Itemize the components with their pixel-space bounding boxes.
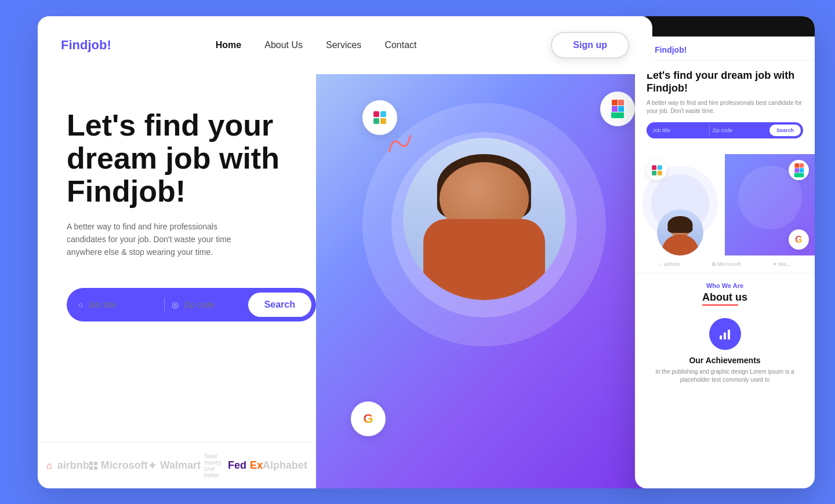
svg-rect-1 xyxy=(94,462,97,465)
decoration-squiggle xyxy=(383,130,416,162)
svg-rect-5 xyxy=(724,333,726,339)
mobile-google-logo: G xyxy=(795,235,802,245)
hero-section: Let's find your dream job with Findjob! … xyxy=(38,74,652,488)
search-bar: ○ ◎ Search xyxy=(67,288,316,322)
svg-rect-6 xyxy=(728,330,730,339)
person-shoulders xyxy=(423,219,545,300)
walmart-logo: ✦ Walmart Save money. Live better. xyxy=(148,453,228,479)
mobile-figma-logo xyxy=(794,163,804,177)
mobile-google-badge: G xyxy=(789,229,809,250)
partners-bar: ⌂ airbnb Microsoft ✦ Walmart Save money. xyxy=(38,442,316,488)
nav-links: Home About Us Services Contact xyxy=(216,40,417,50)
mobile-visual: G xyxy=(635,154,815,255)
mobile-achievement-icon xyxy=(709,318,741,350)
nav-services[interactable]: Services xyxy=(326,40,361,50)
mobile-search-divider xyxy=(709,126,710,135)
mobile-slack-logo xyxy=(652,165,662,176)
signup-button[interactable]: Sign up xyxy=(551,32,629,59)
mobile-header: ≡ Findjob! xyxy=(635,36,815,61)
mobile-preview: ≡ Findjob! Let's find your dream job wit… xyxy=(635,16,815,488)
hero-right: G xyxy=(316,74,652,488)
mobile-achievement-title: Our Achievements xyxy=(689,356,760,365)
achievement-chart-icon xyxy=(718,327,732,341)
mobile-who-we-are: Who We Are xyxy=(647,282,803,289)
mobile-search-bar: Job title Zip code Search xyxy=(647,122,803,138)
hero-title: Let's find your dream job with Findjob! xyxy=(67,109,293,209)
mobile-hero-subtitle: A better way to find and hire profession… xyxy=(647,99,803,115)
fedex-logo: FedEx xyxy=(228,459,263,472)
fedex-icon: Fed xyxy=(228,459,246,472)
mobile-microsoft: ⊞ Microsoft xyxy=(711,261,741,267)
hero-subtitle: A better way to find and hire profession… xyxy=(67,220,252,259)
search-divider xyxy=(164,298,165,312)
mobile-figma-badge xyxy=(789,160,809,180)
navbar: Findjob! Home About Us Services Contact … xyxy=(38,16,652,74)
nav-about[interactable]: About Us xyxy=(264,40,303,50)
main-card: Findjob! Home About Us Services Contact … xyxy=(38,16,652,488)
mobile-about-title: About us xyxy=(702,291,747,304)
mobile-job-field[interactable]: Job title xyxy=(652,127,707,133)
mobile-airbnb: ⌂ airbnb xyxy=(659,261,680,267)
mobile-person-hair xyxy=(667,216,692,233)
mobile-search-button[interactable]: Search xyxy=(769,125,801,136)
figma-logo xyxy=(611,100,624,118)
airbnb-icon: ⌂ xyxy=(46,461,52,471)
mobile-achievement-text: In the publishing and graphic design Lor… xyxy=(647,368,803,384)
logo: Findjob! xyxy=(61,38,111,53)
google-icon-badge: G xyxy=(351,401,386,436)
mobile-content: ≡ Findjob! Let's find your dream job wit… xyxy=(635,36,815,399)
slack-icon-badge xyxy=(362,100,397,135)
search-button[interactable]: Search xyxy=(248,293,311,317)
person-image xyxy=(403,138,565,300)
slack-logo xyxy=(373,111,386,124)
mobile-person xyxy=(657,209,703,255)
mobile-top-bar xyxy=(635,16,815,36)
location-icon: ◎ xyxy=(172,300,179,309)
mobile-hero: Let's find your dream job with Findjob! … xyxy=(635,61,815,154)
job-title-input[interactable] xyxy=(88,300,157,309)
hero-left: Let's find your dream job with Findjob! … xyxy=(38,74,316,488)
zip-code-field: ◎ xyxy=(172,300,248,309)
nav-contact[interactable]: Contact xyxy=(384,40,416,50)
figma-icon-badge xyxy=(600,92,635,126)
airbnb-logo: ⌂ airbnb xyxy=(46,459,89,472)
mobile-about-section: Who We Are About us Our Achievements In … xyxy=(635,273,815,399)
mobile-person-shoulders xyxy=(662,235,699,255)
svg-rect-4 xyxy=(720,335,722,339)
svg-rect-3 xyxy=(94,466,97,470)
svg-rect-0 xyxy=(89,462,93,465)
google-logo: G xyxy=(363,411,373,426)
walmart-icon: ✦ xyxy=(148,459,157,472)
job-title-field: ○ xyxy=(78,300,157,309)
microsoft-logo: Microsoft xyxy=(89,459,148,472)
mobile-zip-field[interactable]: Zip code xyxy=(712,127,767,133)
svg-rect-2 xyxy=(89,466,93,470)
alphabet-logo: Alphabet xyxy=(263,459,307,472)
mobile-hero-title: Let's find your dream job with Findjob! xyxy=(647,70,803,94)
mobile-logo: Findjob! xyxy=(655,45,687,54)
person-illustration xyxy=(403,138,565,300)
nav-home[interactable]: Home xyxy=(216,40,241,50)
mobile-walmart: ✦ Wa... xyxy=(772,261,790,267)
microsoft-icon xyxy=(89,462,97,470)
mobile-achievement: Our Achievements In the publishing and g… xyxy=(647,312,803,390)
search-icon: ○ xyxy=(78,300,83,309)
mobile-slack-badge xyxy=(647,160,667,180)
zip-code-input[interactable] xyxy=(183,300,241,309)
mobile-partners: ⌂ airbnb ⊞ Microsoft ✦ Wa... xyxy=(635,255,815,273)
